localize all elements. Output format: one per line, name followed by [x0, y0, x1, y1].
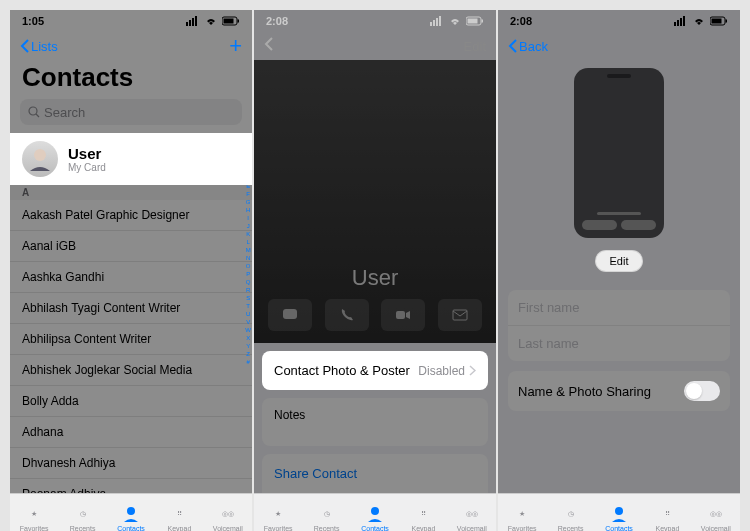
signal-icon [430, 16, 444, 26]
contact-photo-poster-row[interactable]: Contact Photo & Poster Disabled [262, 351, 488, 390]
svg-rect-28 [726, 20, 728, 23]
contact-row[interactable]: Abhilipsa Content Writer [10, 324, 252, 355]
wifi-icon [692, 16, 706, 26]
contact-row[interactable]: Adhana [10, 417, 252, 448]
contact-row[interactable]: Aashka Gandhi [10, 262, 252, 293]
contact-row[interactable]: Aanal iGB [10, 231, 252, 262]
name-photo-sharing-row[interactable]: Name & Photo Sharing [508, 371, 730, 411]
row-label: Contact Photo & Poster [274, 363, 410, 378]
share-contact-row[interactable]: Share Contact [262, 454, 488, 493]
person-icon [609, 504, 629, 524]
edit-button[interactable]: Edit [464, 39, 486, 54]
video-icon [395, 307, 411, 323]
tab-contacts[interactable]: Contacts [595, 494, 643, 531]
svg-rect-27 [712, 19, 722, 24]
battery-icon [222, 16, 240, 26]
contact-row[interactable]: Abhishek Joglekar Social Media [10, 355, 252, 386]
user-sublabel: My Card [68, 162, 106, 173]
svg-point-29 [615, 507, 623, 515]
wifi-icon [448, 16, 462, 26]
user-name: User [68, 145, 106, 162]
contact-row[interactable]: Abhilash Tyagi Content Writer [10, 293, 252, 324]
status-indicators [674, 16, 728, 26]
tab-voicemail[interactable]: ◎◎Voicemail [448, 494, 496, 531]
svg-rect-22 [674, 22, 676, 26]
edit-poster-button[interactable]: Edit [595, 250, 644, 272]
svg-rect-25 [683, 16, 685, 26]
chevron-left-icon [20, 39, 29, 53]
wifi-icon [204, 16, 218, 26]
star-icon: ★ [24, 504, 44, 524]
back-button[interactable] [264, 37, 273, 55]
tab-favorites[interactable]: ★Favorites [10, 494, 58, 531]
poster-preview[interactable] [574, 68, 664, 238]
row-value: Disabled [418, 364, 465, 378]
page-title: Contacts [10, 60, 252, 99]
svg-rect-16 [468, 19, 478, 24]
tab-keypad[interactable]: ⠿Keypad [399, 494, 447, 531]
svg-point-7 [29, 107, 37, 115]
keypad-icon: ⠿ [413, 504, 433, 524]
tab-keypad[interactable]: ⠿Keypad [155, 494, 203, 531]
contact-row[interactable]: Poonam Adhiya [10, 479, 252, 493]
status-time: 2:08 [266, 15, 288, 27]
tab-recents[interactable]: ◷Recents [58, 494, 106, 531]
message-button[interactable] [268, 299, 312, 331]
tab-contacts[interactable]: Contacts [351, 494, 399, 531]
first-name-field[interactable]: First name [508, 290, 730, 326]
svg-rect-12 [433, 20, 435, 26]
toggle-label: Name & Photo Sharing [518, 384, 651, 399]
person-icon [121, 504, 141, 524]
svg-rect-20 [453, 310, 467, 320]
last-name-field[interactable]: Last name [508, 326, 730, 361]
signal-icon [186, 16, 200, 26]
battery-icon [710, 16, 728, 26]
svg-rect-1 [189, 20, 191, 26]
clock-icon: ◷ [73, 504, 93, 524]
add-contact-button[interactable]: + [229, 33, 242, 59]
contact-row[interactable]: Bolly Adda [10, 386, 252, 417]
avatar [22, 141, 58, 177]
svg-point-21 [371, 507, 379, 515]
call-button[interactable] [325, 299, 369, 331]
battery-icon [466, 16, 484, 26]
signal-icon [674, 16, 688, 26]
mail-button[interactable] [438, 299, 482, 331]
svg-rect-0 [186, 22, 188, 26]
tab-favorites[interactable]: ★Favorites [254, 494, 302, 531]
contact-row[interactable]: Dhvanesh Adhiya [10, 448, 252, 479]
my-card-row[interactable]: User My Card [10, 133, 252, 185]
svg-point-9 [34, 149, 46, 161]
tab-keypad[interactable]: ⠿Keypad [643, 494, 691, 531]
svg-rect-17 [482, 20, 484, 23]
clock-icon: ◷ [561, 504, 581, 524]
svg-rect-2 [192, 18, 194, 26]
video-button[interactable] [381, 299, 425, 331]
status-time: 1:05 [22, 15, 44, 27]
svg-rect-13 [436, 18, 438, 26]
tab-contacts[interactable]: Contacts [107, 494, 155, 531]
tab-favorites[interactable]: ★Favorites [498, 494, 546, 531]
search-input[interactable]: Search [20, 99, 242, 125]
svg-rect-24 [680, 18, 682, 26]
back-button[interactable]: Back [508, 39, 548, 54]
tab-voicemail[interactable]: ◎◎Voicemail [204, 494, 252, 531]
sharing-toggle[interactable] [684, 381, 720, 401]
keypad-icon: ⠿ [657, 504, 677, 524]
svg-rect-3 [195, 16, 197, 26]
star-icon: ★ [268, 504, 288, 524]
clock-icon: ◷ [317, 504, 337, 524]
back-lists-button[interactable]: Lists [20, 39, 58, 54]
star-icon: ★ [512, 504, 532, 524]
tab-recents[interactable]: ◷Recents [546, 494, 594, 531]
notes-row[interactable]: Notes [262, 398, 488, 446]
chevron-right-icon [469, 365, 476, 376]
keypad-icon: ⠿ [169, 504, 189, 524]
tab-voicemail[interactable]: ◎◎Voicemail [692, 494, 740, 531]
person-icon [365, 504, 385, 524]
contact-row[interactable]: Aakash Patel Graphic Designer [10, 200, 252, 231]
svg-rect-6 [238, 20, 240, 23]
svg-point-10 [127, 507, 135, 515]
mail-icon [452, 307, 468, 323]
tab-recents[interactable]: ◷Recents [302, 494, 350, 531]
